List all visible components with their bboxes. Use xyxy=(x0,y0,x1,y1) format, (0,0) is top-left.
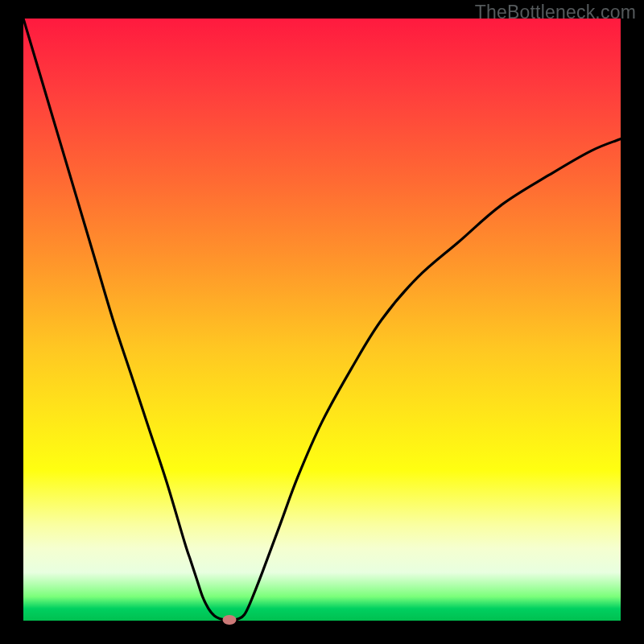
bottleneck-curve xyxy=(23,19,621,620)
curve-svg xyxy=(23,19,621,621)
optimal-point-marker xyxy=(222,615,236,625)
chart-area xyxy=(23,19,621,621)
